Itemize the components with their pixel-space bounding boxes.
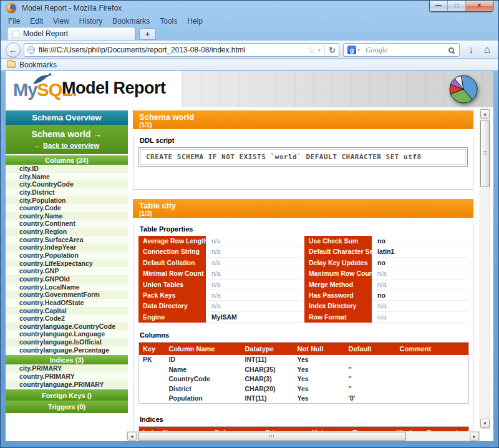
cell-column-name: Population — [165, 394, 241, 404]
menu-item[interactable]: Edit — [25, 16, 48, 27]
scroll-left-button[interactable]: ◄ — [127, 432, 137, 441]
vertical-scrollbar-thumb[interactable] — [480, 120, 490, 187]
close-button[interactable]: × — [466, 1, 493, 11]
menu-item[interactable]: View — [48, 16, 74, 27]
sidebar-column-item[interactable]: country.Code — [6, 204, 128, 212]
scroll-up-button[interactable]: ▲ — [480, 109, 490, 119]
property-label: Delay Key Updates — [304, 258, 372, 268]
sidebar-column-item[interactable]: country.Population — [6, 251, 128, 260]
scroll-down-button[interactable]: ▼ — [480, 419, 490, 428]
menu-bar: FileEditViewHistoryBookmarksToolsHelp — [3, 16, 208, 27]
sidebar-index-item[interactable]: country.PRIMARY — [6, 373, 128, 381]
sidebar-column-item[interactable]: city.Name — [6, 173, 128, 181]
downloads-button[interactable]: ↓ — [463, 42, 479, 57]
sidebar-column-item[interactable]: country.Capital — [6, 307, 128, 315]
folder-icon — [7, 61, 16, 68]
property-value: n/a — [206, 290, 302, 301]
sidebar-column-item[interactable]: country.Code2 — [6, 314, 128, 323]
menu-item[interactable]: Tools — [155, 16, 182, 27]
menu-item[interactable]: Help — [182, 16, 208, 27]
vertical-scrollbar[interactable]: ▲ ▼ — [480, 109, 490, 429]
cell-datatype: INT(11) — [241, 355, 294, 365]
sidebar-column-item[interactable]: countrylanguage.IsOfficial — [6, 338, 128, 346]
url-text[interactable]: file:///C:/Users/philip/Documents/report… — [39, 46, 307, 54]
menu-item[interactable]: History — [74, 16, 107, 27]
url-bar[interactable]: file:///C:/Users/philip/Documents/report… — [24, 43, 339, 57]
property-value: n/a — [206, 268, 302, 279]
google-icon[interactable]: g — [347, 46, 356, 54]
menu-item[interactable]: Bookmarks — [107, 16, 155, 27]
sidebar-column-item[interactable]: country.LifeExpectancy — [6, 260, 128, 268]
sidebar-column-item[interactable]: country.GovernmentForm — [6, 291, 128, 299]
cell-default: '' — [345, 364, 396, 374]
sidebar-column-item[interactable]: country.GNP — [6, 267, 128, 275]
url-dropdown-icon[interactable]: ▾ — [318, 47, 321, 53]
property-label: Connection String — [138, 246, 206, 257]
back-button[interactable]: ← — [6, 42, 21, 57]
table-row: PK ID INT(11) Yes — [139, 355, 469, 365]
menu-item[interactable]: File — [3, 16, 25, 27]
bookmarks-folder[interactable]: Bookmarks — [19, 61, 57, 69]
sidebar-column-item[interactable]: city.District — [6, 188, 128, 197]
sidebar-column-item[interactable]: country.HeadOfState — [6, 299, 128, 307]
sidebar-column-item[interactable]: city.Population — [6, 197, 128, 205]
sidebar-column-item[interactable]: country.Region — [6, 228, 128, 236]
sidebar-index-item[interactable]: city.PRIMARY — [6, 364, 128, 373]
horizontal-scrollbar[interactable]: ◄ ► — [127, 431, 480, 441]
reload-icon[interactable]: ↻ — [324, 46, 336, 55]
property-row: Pack Keys n/a — [138, 290, 302, 301]
globe-icon — [27, 46, 35, 54]
sidebar-column-item[interactable]: country.GNPOld — [6, 275, 128, 283]
search-input[interactable] — [364, 45, 448, 55]
search-engine-dropdown-icon[interactable]: ▾ — [357, 47, 360, 53]
navigation-toolbar: ← file:///C:/Users/philip/Documents/repo… — [1, 40, 498, 59]
cell-key — [139, 394, 165, 404]
new-tab-button[interactable]: + — [139, 28, 156, 40]
property-row: Index Directory n/a — [304, 301, 468, 311]
sidebar-column-item[interactable]: country.Continent — [6, 220, 128, 228]
cell-datatype: CHAR(35) — [241, 364, 294, 374]
horizontal-scrollbar-thumb[interactable] — [138, 432, 406, 441]
column-header-cell: Column Name — [165, 343, 241, 355]
ddl-script-box: CREATE SCHEMA IF NOT EXISTS `world` DEFA… — [138, 147, 468, 167]
property-value: no — [372, 258, 468, 268]
bookmark-star-icon[interactable]: ☆ — [308, 46, 316, 54]
tab-label: Model Report — [23, 29, 68, 38]
sidebar-column-item[interactable]: country.IndepYear — [6, 243, 128, 251]
minimize-button[interactable]: — — [430, 1, 448, 11]
search-icon[interactable] — [448, 47, 454, 53]
arrow-left-icon: ← — [34, 142, 41, 149]
sidebar-column-item[interactable]: countrylanguage.CountryCode — [6, 323, 128, 331]
title-bar[interactable]: Model Report - Mozilla Firefox — □ × — [1, 1, 498, 16]
sidebar-column-item[interactable]: city.CountryCode — [6, 180, 128, 188]
sidebar: Schema Overview Schema world → ← Back to… — [6, 110, 128, 413]
sidebar-column-item[interactable]: country.LocalName — [6, 283, 128, 291]
page-favicon — [12, 31, 19, 37]
firefox-icon — [6, 3, 16, 13]
schema-section-body: DDL script CREATE SCHEMA IF NOT EXISTS `… — [133, 137, 473, 190]
property-row: Merge Method n/a — [304, 280, 468, 290]
tab-model-report[interactable]: Model Report — [7, 27, 135, 40]
sidebar-index-item[interactable]: countrylanguage.PRIMARY — [6, 381, 128, 389]
property-label: Maximum Row Count — [304, 268, 372, 279]
back-to-overview-link[interactable]: ← Back to overview — [6, 142, 128, 149]
scroll-right-button[interactable]: ► — [470, 432, 479, 441]
sidebar-column-item[interactable]: countrylanguage.Percentage — [6, 346, 128, 354]
cell-column-name: District — [165, 384, 241, 394]
browser-window: Model Report - Mozilla Firefox — □ × Fil… — [0, 0, 499, 448]
sidebar-column-item[interactable]: countrylanguage.Language — [6, 330, 128, 338]
property-label: Default Collation — [138, 258, 206, 268]
column-header-cell: Comment — [396, 343, 469, 355]
sidebar-column-item[interactable]: country.Name — [6, 212, 128, 220]
property-row: Minimal Row Count n/a — [138, 268, 302, 279]
report-main: Schema world (1/1) DDL script CREATE SCH… — [133, 110, 473, 441]
table-section-body: Table Properties Average Row Length n/a … — [133, 225, 473, 441]
maximize-button[interactable]: □ — [448, 1, 466, 11]
sidebar-column-item[interactable]: country.SurfaceArea — [6, 236, 128, 244]
property-row: Use Check Sum no — [304, 236, 468, 246]
sidebar-indices-list: city.PRIMARYcountry.PRIMARYcountrylangua… — [6, 364, 128, 388]
table-section-counter: (1/3) — [139, 210, 467, 217]
search-box[interactable]: g ▾ — [343, 43, 460, 57]
schema-world-link[interactable]: Schema world → — [6, 129, 128, 139]
home-button[interactable]: ⌂ — [479, 42, 495, 57]
